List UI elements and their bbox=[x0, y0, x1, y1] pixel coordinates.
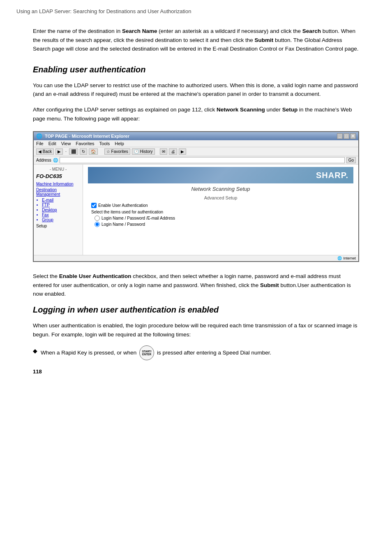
network-scanning-title: Network Scanning Setup bbox=[191, 186, 250, 192]
radio-password-label: Login Name / Password bbox=[101, 222, 145, 227]
browser-content: - MENU - FO-DC635 Machine Information De… bbox=[34, 164, 358, 255]
page-title-area: Network Scanning Setup bbox=[88, 186, 353, 192]
sidebar-group[interactable]: Group bbox=[42, 218, 80, 222]
section2-heading: Logging in when user authentication is e… bbox=[33, 305, 359, 315]
page-header: Using an LDAP Server: Searching for Dest… bbox=[16, 8, 376, 14]
internet-text: Internet bbox=[343, 256, 356, 260]
start-enter-button: START/ ENTER bbox=[139, 345, 154, 360]
sidebar-setup[interactable]: Setup bbox=[36, 224, 80, 228]
sidebar-submenu: E-mail FTP Desktop Fax Group bbox=[36, 198, 80, 222]
sidebar-fax[interactable]: Fax bbox=[42, 213, 80, 217]
checkbox-row: Enable User Authentication bbox=[91, 203, 353, 208]
toolbar-separator: · bbox=[65, 149, 67, 154]
mail-button[interactable]: ✉ bbox=[160, 148, 167, 155]
sidebar-menu-label: - MENU - bbox=[36, 167, 80, 171]
advanced-setup-label: Advanced Setup bbox=[88, 195, 353, 200]
browser-titlebar-left: 🌐 TOP PAGE - Microsoft Internet Explorer bbox=[36, 133, 129, 139]
forward-button[interactable]: ▶ bbox=[55, 148, 63, 155]
go-button[interactable]: Go bbox=[346, 157, 356, 163]
browser-window: 🌐 TOP PAGE - Microsoft Internet Explorer… bbox=[33, 131, 359, 262]
menu-tools[interactable]: Tools bbox=[99, 141, 110, 146]
menu-edit[interactable]: Edit bbox=[48, 141, 56, 146]
browser-title: TOP PAGE - Microsoft Internet Explorer bbox=[45, 134, 129, 139]
history-button[interactable]: 🕐 History bbox=[132, 148, 155, 155]
enable-user-auth-checkbox[interactable] bbox=[91, 203, 97, 208]
refresh-button[interactable]: ↻ bbox=[80, 148, 87, 155]
restore-button[interactable]: □ bbox=[344, 133, 349, 139]
sidebar-ftp[interactable]: FTP bbox=[42, 203, 80, 207]
bullet-content-1: When a Rapid Key is pressed, or when STA… bbox=[41, 345, 359, 360]
browser-banner: SHARP. bbox=[88, 167, 353, 183]
home-button[interactable]: 🏠 bbox=[89, 148, 98, 155]
browser-page-icon: 🌐 bbox=[36, 133, 42, 139]
address-icon: 🌐 bbox=[53, 158, 58, 162]
minimize-button[interactable]: _ bbox=[337, 133, 343, 139]
menu-view[interactable]: View bbox=[61, 141, 71, 146]
browser-menubar: File Edit View Favorites Tools Help bbox=[34, 140, 358, 147]
checkbox-label: Enable User Authentication bbox=[98, 203, 148, 208]
sidebar-model: FO-DC635 bbox=[36, 173, 80, 179]
after-browser-text: Select the Enable User Authentication ch… bbox=[33, 272, 359, 299]
browser-titlebar: 🌐 TOP PAGE - Microsoft Internet Explorer… bbox=[34, 132, 358, 140]
address-input[interactable] bbox=[60, 157, 345, 163]
browser-sidebar: - MENU - FO-DC635 Machine Information De… bbox=[34, 164, 83, 255]
page-number: 118 bbox=[16, 368, 376, 375]
favorites-button[interactable]: ☆ Favorites bbox=[104, 148, 130, 155]
intro-text: Enter the name of the destination in Sea… bbox=[33, 27, 359, 53]
radio-row-1: Login Name / Password /E-mail Address bbox=[91, 215, 353, 221]
browser-statusbar: 🌐 Internet bbox=[34, 255, 358, 261]
browser-controls[interactable]: _ □ ✕ bbox=[337, 133, 356, 139]
menu-help[interactable]: Help bbox=[115, 141, 124, 146]
back-button[interactable]: ◀ Back bbox=[36, 148, 54, 155]
sidebar-desktop[interactable]: Desktop bbox=[42, 208, 80, 212]
sharp-logo: SHARP. bbox=[316, 171, 348, 180]
section2-para1: When user authentication is enabled, the… bbox=[33, 321, 359, 339]
internet-icon: 🌐 bbox=[337, 256, 342, 260]
section1-para1: You can use the LDAP server to restrict … bbox=[33, 81, 359, 99]
bullet-post-text: is pressed after entering a Speed Dial n… bbox=[157, 350, 271, 356]
sidebar-dest-mgmt[interactable]: Destination Management bbox=[36, 188, 80, 197]
sidebar-email[interactable]: E-mail bbox=[42, 198, 80, 202]
browser-main: SHARP. Network Scanning Setup Advanced S… bbox=[83, 164, 358, 255]
browser-toolbar: ◀ Back ▶ · ⬛ ↻ 🏠 ☆ Favorites 🕐 History ✉… bbox=[34, 147, 358, 156]
radio-email-label: Login Name / Password /E-mail Address bbox=[101, 216, 175, 220]
enter-label: ENTER bbox=[142, 353, 151, 356]
radio-email-auth[interactable] bbox=[95, 215, 100, 221]
menu-file[interactable]: File bbox=[36, 141, 44, 146]
form-section: Enable User Authentication Select the it… bbox=[88, 203, 353, 227]
bullet-item-1: ◆ When a Rapid Key is pressed, or when S… bbox=[33, 345, 359, 360]
media-button[interactable]: ▶ bbox=[179, 148, 186, 155]
intro-section: Enter the name of the destination in Sea… bbox=[16, 27, 376, 360]
bullet-diamond-icon: ◆ bbox=[33, 346, 37, 355]
menu-favorites[interactable]: Favorites bbox=[76, 141, 94, 146]
browser-addressbar: Address 🌐 Go bbox=[34, 156, 358, 164]
stop-button[interactable]: ⬛ bbox=[69, 148, 78, 155]
radio-row-2: Login Name / Password bbox=[91, 222, 353, 227]
select-label: Select the items used for authentication bbox=[91, 210, 353, 214]
start-label: START/ bbox=[142, 350, 152, 353]
address-label: Address bbox=[36, 158, 51, 162]
bullet-pre-text: When a Rapid Key is pressed, or when bbox=[41, 350, 138, 356]
section1-para2: After configuring the LDAP server settin… bbox=[33, 105, 359, 123]
sidebar-machine-info[interactable]: Machine Information bbox=[36, 182, 80, 186]
status-internet: 🌐 Internet bbox=[337, 256, 356, 260]
radio-password-auth[interactable] bbox=[95, 222, 100, 227]
close-button[interactable]: ✕ bbox=[350, 133, 356, 139]
print-button[interactable]: 🖨 bbox=[169, 148, 177, 155]
section1-heading: Enabling user authentication bbox=[33, 65, 359, 74]
